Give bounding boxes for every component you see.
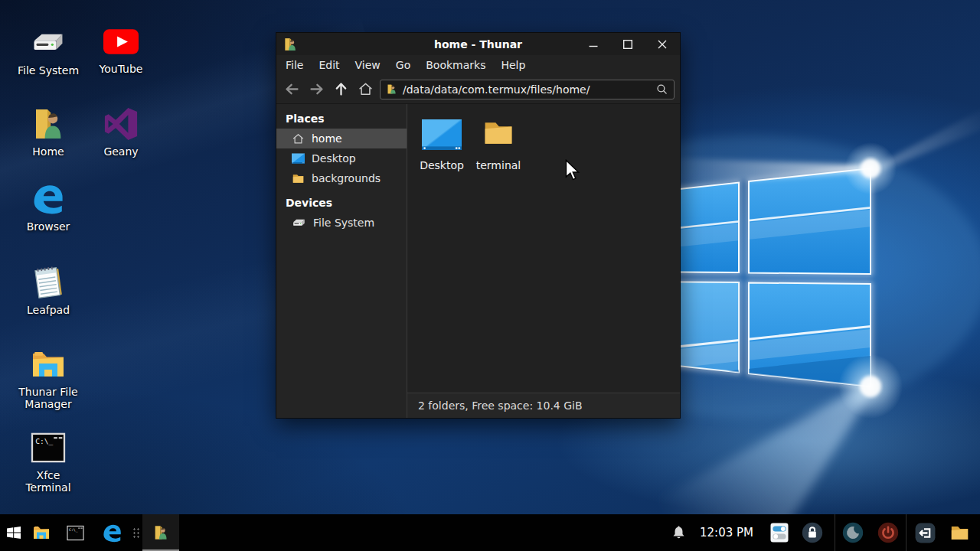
maximize-icon xyxy=(623,40,632,49)
user-home-folder-icon xyxy=(30,106,67,142)
arrow-up-icon xyxy=(333,81,349,97)
folder-icon xyxy=(482,115,515,150)
taskbar-terminal-button[interactable] xyxy=(61,514,89,551)
taskbar-file-explorer-button[interactable] xyxy=(28,514,55,551)
house-icon xyxy=(292,132,305,145)
settings-toggles-button[interactable] xyxy=(764,514,795,551)
power-button[interactable] xyxy=(871,514,906,551)
thunar-app-icon xyxy=(283,36,298,53)
thunar-task-icon xyxy=(152,523,169,542)
power-icon xyxy=(877,522,899,543)
back-button[interactable] xyxy=(282,80,302,99)
desktop-icon-youtube[interactable]: YouTube xyxy=(86,23,156,75)
taskbar-browser-button[interactable] xyxy=(95,514,129,551)
moon-icon xyxy=(842,522,864,543)
logout-icon xyxy=(914,522,936,544)
system-tray: 12:03 PM xyxy=(665,514,980,551)
desktop-icon-browser[interactable]: Browser xyxy=(13,181,83,233)
files-folder-icon xyxy=(949,523,970,543)
menu-file[interactable]: File xyxy=(278,55,311,75)
file-view[interactable]: Desktop terminal xyxy=(407,104,680,393)
thunar-window: home - Thunar File Edit View Go Bookmark… xyxy=(276,32,681,419)
search-icon[interactable] xyxy=(655,83,668,96)
bell-icon xyxy=(670,524,688,542)
start-button[interactable] xyxy=(0,514,28,551)
close-icon xyxy=(658,40,667,49)
file-item-label: terminal xyxy=(476,159,521,171)
desktop-icon-leafpad[interactable]: Leafpad xyxy=(13,264,83,316)
sidebar: Places home Desktop backgrounds Devices … xyxy=(276,104,407,418)
places-header: Places xyxy=(276,109,407,129)
drive-icon xyxy=(30,24,67,61)
status-text: 2 folders, Free space: 10.4 GiB xyxy=(418,399,583,412)
notifications-button[interactable] xyxy=(665,514,692,551)
home-button[interactable] xyxy=(355,80,375,99)
desktop-icon-label: Browser xyxy=(27,220,70,233)
desktop-icon-label: Leafpad xyxy=(27,304,70,316)
file-manager-folder-icon xyxy=(30,346,67,383)
status-bar: 2 folders, Free space: 10.4 GiB xyxy=(407,393,680,418)
logout-button[interactable] xyxy=(906,514,943,551)
sidebar-item-desktop[interactable]: Desktop xyxy=(276,148,407,168)
desktop-icon-home[interactable]: Home xyxy=(13,106,83,158)
desktop-icon-label: File System xyxy=(18,64,79,77)
active-task-thunar[interactable] xyxy=(142,514,179,551)
title-bar[interactable]: home - Thunar xyxy=(276,33,680,55)
sidebar-item-backgrounds[interactable]: backgrounds xyxy=(276,168,407,188)
file-explorer-icon xyxy=(32,523,51,542)
sidebar-item-file-system[interactable]: File System xyxy=(276,213,407,233)
menu-go[interactable]: Go xyxy=(388,55,418,75)
menu-bookmarks[interactable]: Bookmarks xyxy=(418,55,493,75)
toggles-icon xyxy=(770,523,789,543)
edge-browser-icon xyxy=(101,522,123,544)
desktop-icon-geany[interactable]: Geany xyxy=(86,106,156,158)
tasklist-grip-handle[interactable] xyxy=(132,527,139,539)
minimize-icon xyxy=(589,40,598,49)
desktop-icon-xfce-terminal[interactable]: Xfce Terminal xyxy=(21,429,75,494)
edge-browser-icon xyxy=(30,181,67,217)
taskbar: 12:03 PM xyxy=(0,514,980,551)
sidebar-item-label: File System xyxy=(313,217,374,229)
house-icon xyxy=(358,81,374,97)
file-item-terminal[interactable]: terminal xyxy=(470,115,527,171)
desktop-icon-label: Home xyxy=(32,145,64,158)
file-item-desktop[interactable]: Desktop xyxy=(413,115,470,171)
drive-icon xyxy=(292,217,306,229)
menu-edit[interactable]: Edit xyxy=(311,55,347,75)
maximize-button[interactable] xyxy=(616,33,639,55)
night-mode-button[interactable] xyxy=(835,514,871,551)
geany-icon xyxy=(103,106,139,142)
up-button[interactable] xyxy=(331,80,351,99)
devices-header: Devices xyxy=(276,193,407,213)
desktop-icon-label: Xfce Terminal xyxy=(21,469,75,494)
file-item-label: Desktop xyxy=(420,159,464,171)
sidebar-item-label: Desktop xyxy=(312,152,356,165)
files-folder-button[interactable] xyxy=(943,514,975,551)
user-avatar-icon xyxy=(386,83,397,96)
desktop-icon-file-system[interactable]: File System xyxy=(13,24,83,77)
terminal-window-icon xyxy=(31,429,66,466)
notepad-icon xyxy=(30,264,67,301)
lock-button[interactable] xyxy=(795,514,830,551)
terminal-window-icon xyxy=(67,525,84,541)
minimize-button[interactable] xyxy=(581,33,605,55)
youtube-icon xyxy=(103,23,139,60)
close-button[interactable] xyxy=(650,33,674,55)
desktop-icon-label: YouTube xyxy=(100,63,143,75)
desktop-icon-thunar[interactable]: Thunar File Manager xyxy=(13,346,83,410)
windows-start-icon xyxy=(6,525,21,540)
menu-view[interactable]: View xyxy=(348,55,388,75)
desktop-screen-icon xyxy=(422,115,462,150)
toolbar: /data/data/com.termux/files/home/ xyxy=(276,75,680,104)
clock[interactable]: 12:03 PM xyxy=(692,526,764,540)
sidebar-item-home[interactable]: home xyxy=(276,129,407,148)
sidebar-item-label: backgrounds xyxy=(312,172,381,184)
menu-help[interactable]: Help xyxy=(493,55,533,75)
forward-button[interactable] xyxy=(306,80,326,99)
path-text[interactable]: /data/data/com.termux/files/home/ xyxy=(403,83,590,96)
lock-icon xyxy=(802,522,823,543)
mouse-cursor-icon xyxy=(565,159,580,185)
folder-icon xyxy=(292,172,305,185)
desktop-icon-label: Thunar File Manager xyxy=(13,386,83,410)
path-bar[interactable]: /data/data/com.termux/files/home/ xyxy=(380,80,675,99)
